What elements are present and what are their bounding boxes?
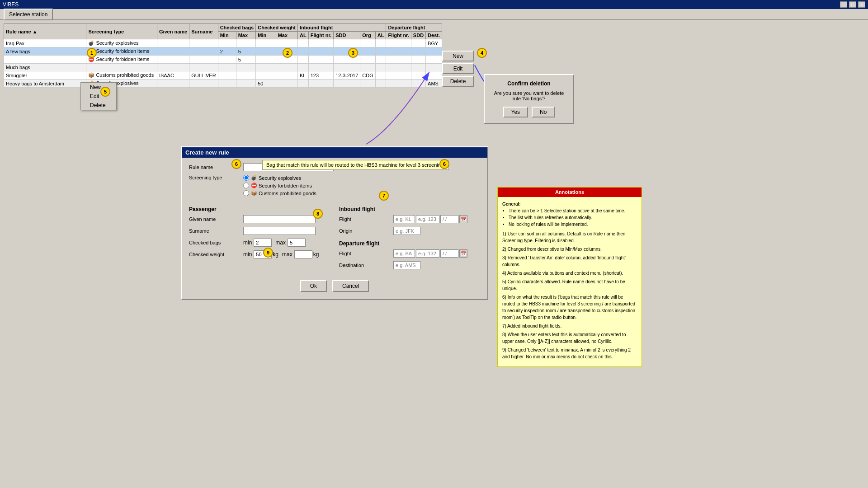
- general-item-1: The list with rules refreshes automatica…: [509, 214, 637, 221]
- table-row[interactable]: Much bags: [4, 64, 442, 71]
- annotation-note-1: 2) Changed from descriptive to Min/Max c…: [502, 246, 637, 253]
- inbound-airline-input[interactable]: [393, 215, 415, 223]
- screening-explosives-label: Security explosives: [259, 175, 301, 181]
- cell-screening-type: 💣Security explosives: [86, 39, 157, 47]
- annotation-note-8: 9) Changed 'between' text to min/max. A …: [502, 347, 637, 360]
- screening-type-row: Screening type 💣 Security explosives ⛔ S…: [189, 175, 480, 198]
- minimize-button[interactable]: _: [840, 1, 847, 8]
- annotation-note-2: 3) Removed 'Transfer Arr. date' column, …: [502, 254, 637, 268]
- table-row[interactable]: Heavy bags to Amsterdam 💣Security explos…: [4, 80, 442, 88]
- ok-button[interactable]: Ok: [300, 280, 327, 292]
- cell-rule-name: A few bags: [4, 47, 86, 56]
- annotations-general: General: There can be > 1 Selectee stati…: [502, 201, 637, 228]
- inbound-flight-label: Flight: [339, 216, 393, 222]
- passenger-section: Passenger Given name Surname Checked bag…: [189, 202, 330, 273]
- dep-dest-label: Destination: [339, 263, 393, 268]
- cell-dep-sdd: [411, 47, 425, 56]
- cell-rule-name: Heavy bags to Amsterdam: [4, 80, 86, 88]
- confirm-no-button[interactable]: No: [532, 107, 555, 117]
- inbound-flightnr-input[interactable]: [416, 215, 439, 223]
- selectee-station-button[interactable]: Selectee station: [4, 9, 53, 20]
- screening-type-label: Screening type: [189, 175, 243, 180]
- col-screening-type[interactable]: Screening type: [86, 24, 157, 39]
- cell-wt-min: [256, 47, 276, 56]
- table-row[interactable]: Iraq Pax 💣Security explosives BGY: [4, 39, 442, 47]
- dep-flightnr-input[interactable]: [416, 249, 439, 258]
- inbound-origin-row: Origin: [339, 227, 480, 235]
- bags-min-input[interactable]: [254, 239, 272, 247]
- dep-dest-input[interactable]: [393, 261, 420, 269]
- inbound-origin-input[interactable]: [393, 227, 420, 235]
- annotation-note-4: 5) Cyrillic characters allowed. Rule nam…: [502, 278, 637, 292]
- cell-screening-type: [86, 64, 157, 71]
- badge-b7: 7: [379, 191, 389, 201]
- cell-ib-al: KL: [298, 71, 309, 80]
- departure-section-title: Departure flight: [339, 240, 480, 247]
- screening-explosives-radio[interactable]: [243, 175, 249, 181]
- inbound-date-input[interactable]: [440, 215, 458, 223]
- col-surname[interactable]: Surname: [189, 24, 218, 39]
- given-name-input[interactable]: [243, 215, 316, 223]
- context-menu-new[interactable]: New: [81, 83, 116, 92]
- cell-given-name: [157, 64, 189, 71]
- badge-b4: 4: [477, 48, 487, 58]
- surname-input[interactable]: [243, 227, 316, 235]
- table-row[interactable]: A few bags ⛔Security forbidden items 2 5: [4, 47, 442, 56]
- dep-dest-row: Destination: [339, 261, 480, 269]
- title-bar: VIBES _ □ ×: [0, 0, 868, 9]
- col-bags-max: Max: [236, 32, 256, 39]
- screening-forbidden-radio[interactable]: [243, 183, 249, 188]
- cell-dep-sdd: [411, 80, 425, 88]
- new-button[interactable]: New: [442, 51, 474, 61]
- bags-max-input[interactable]: [288, 239, 306, 247]
- cell-wt-min: [256, 39, 276, 47]
- cell-ib-org: [360, 64, 375, 71]
- delete-button[interactable]: Delete: [442, 76, 474, 87]
- close-button[interactable]: ×: [858, 1, 865, 8]
- checked-weight-label: Checked weight: [189, 252, 243, 257]
- confirm-yes-button[interactable]: Yes: [503, 107, 528, 117]
- weight-max-label: max: [282, 251, 292, 258]
- cell-dep-al: [375, 80, 386, 88]
- cell-screening-type: ⛔Security forbidden items: [86, 56, 157, 64]
- col-rule-name[interactable]: Rule name ▲: [4, 24, 86, 39]
- col-dep-flight: Flight nr.: [386, 32, 411, 39]
- table-row[interactable]: ⛔Security forbidden items 5: [4, 56, 442, 64]
- cell-dep-dest: [426, 47, 442, 56]
- dep-date-input[interactable]: [440, 249, 458, 258]
- edit-button[interactable]: Edit: [442, 63, 474, 74]
- context-menu-edit[interactable]: Edit: [81, 92, 116, 101]
- cell-ib-al: [298, 39, 309, 47]
- cell-rule-name: Smuggler: [4, 71, 86, 80]
- cell-surname: [189, 47, 218, 56]
- cell-dep-dest: [426, 56, 442, 64]
- col-dep-sdd: SDD: [411, 32, 425, 39]
- cell-given-name: [157, 56, 189, 64]
- cell-ib-org: [360, 47, 375, 56]
- cell-given-name: [157, 47, 189, 56]
- checked-bags-row: Checked bags min max: [189, 239, 330, 247]
- cell-dep-sdd: [411, 64, 425, 71]
- col-checked-bags: Checked bags: [218, 24, 256, 32]
- col-ib-sdd: SDD: [334, 32, 360, 39]
- dep-airline-input[interactable]: [393, 249, 415, 258]
- cell-wt-min: [256, 64, 276, 71]
- cell-dep-flight: [386, 71, 411, 80]
- col-ib-org: Org: [360, 32, 375, 39]
- cell-dep-al: [375, 56, 386, 64]
- screening-customs-radio[interactable]: [243, 190, 249, 196]
- screening-explosives-row: 💣 Security explosives: [243, 175, 316, 181]
- cell-dep-dest: [426, 71, 442, 80]
- context-menu-delete[interactable]: Delete: [81, 101, 116, 110]
- window-controls[interactable]: _ □ ×: [840, 1, 865, 8]
- inbound-calendar-icon[interactable]: 📅: [459, 215, 467, 223]
- cancel-button[interactable]: Cancel: [332, 280, 369, 292]
- weight-max-input[interactable]: [294, 250, 312, 258]
- cell-surname: [189, 56, 218, 64]
- dep-calendar-icon[interactable]: 📅: [459, 249, 467, 258]
- maximize-button[interactable]: □: [849, 1, 856, 8]
- table-row[interactable]: Smuggler 📦Customs prohibited goods ISAAC…: [4, 71, 442, 80]
- col-given-name[interactable]: Given name: [157, 24, 189, 39]
- cell-given-name: [157, 80, 189, 88]
- cell-bags-min: [218, 80, 236, 88]
